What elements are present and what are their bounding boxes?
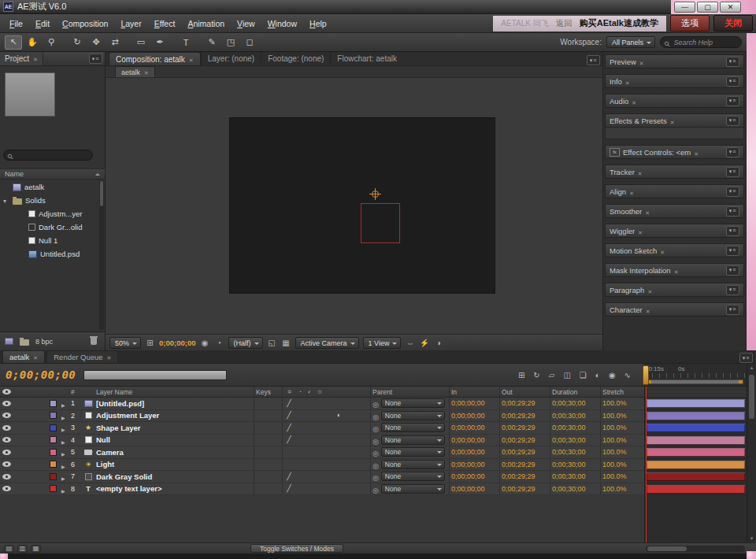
- panel-menu-icon[interactable]: [726, 206, 739, 217]
- parent-dropdown[interactable]: None: [381, 423, 445, 432]
- mask-shape-tool[interactable]: ▭: [132, 35, 150, 50]
- toggle-switches-modes-button[interactable]: Toggle Switches / Modes: [250, 544, 343, 553]
- magnification-dropdown[interactable]: 50%: [109, 337, 141, 349]
- zoom-tool[interactable]: ⚲: [43, 35, 60, 50]
- choose-grid-and-guides-icon[interactable]: ⊞: [145, 339, 155, 347]
- panel-header[interactable]: Effect Controls: <em: [605, 145, 744, 159]
- layer-color-swatch[interactable]: [50, 436, 57, 443]
- layer-name[interactable]: Camera: [94, 446, 254, 458]
- viewer-canvas[interactable]: [106, 79, 602, 334]
- layer-name-column-header[interactable]: Layer Name: [94, 387, 254, 397]
- layer-name[interactable]: [Untitled.psd]: [94, 398, 254, 409]
- view-layout-dropdown[interactable]: 1 View: [363, 337, 402, 349]
- layer-duration-value[interactable]: 0;00;30;00: [550, 435, 600, 446]
- layer-out-value[interactable]: 0;00;29;29: [499, 459, 550, 471]
- titlebar[interactable]: AE AE测试 V6.0: [0, 0, 671, 14]
- layer-color-swatch[interactable]: [50, 473, 57, 480]
- parent-pickwhip-icon[interactable]: [372, 435, 379, 446]
- exposure-icon[interactable]: ◑: [433, 339, 443, 347]
- panel-menu-icon[interactable]: [726, 96, 739, 106]
- panel-header[interactable]: Smoother: [605, 204, 744, 218]
- current-timecode[interactable]: 0;00;00;00: [6, 368, 76, 381]
- close-icon[interactable]: [107, 353, 112, 361]
- layer-visibility-toggle[interactable]: [0, 446, 13, 458]
- layer-duration-bar[interactable]: [647, 436, 745, 445]
- layer-out-value[interactable]: 0;00;29;29: [499, 422, 550, 434]
- quality-switch[interactable]: [283, 422, 295, 434]
- layer-solo-toggle[interactable]: [25, 483, 35, 495]
- options-button[interactable]: 选项: [670, 15, 710, 31]
- layer-in-value[interactable]: 0;00;00;00: [449, 410, 499, 422]
- layer-audio-toggle[interactable]: [13, 410, 25, 422]
- layer-out-value[interactable]: 0;00;29;29: [499, 398, 550, 409]
- layer-solo-toggle[interactable]: [25, 398, 35, 409]
- panel-header[interactable]: Effects & Presets: [605, 113, 744, 128]
- panel-menu-icon[interactable]: [726, 285, 739, 295]
- resolution-dropdown[interactable]: (Half): [228, 337, 263, 349]
- parent-dropdown[interactable]: None: [381, 411, 445, 420]
- layer-visibility-toggle[interactable]: [0, 398, 13, 409]
- panel-menu-icon[interactable]: [726, 57, 739, 67]
- layer-out-value[interactable]: 0;00;29;29: [499, 435, 550, 446]
- in-column-header[interactable]: In: [449, 387, 499, 397]
- back-link[interactable]: 返回: [556, 18, 573, 29]
- close-icon[interactable]: [144, 68, 149, 76]
- shape-outline[interactable]: [361, 203, 400, 243]
- panel-menu-icon[interactable]: [726, 76, 739, 87]
- panel-header[interactable]: Motion Sketch: [605, 243, 744, 257]
- layer-expand-arrow[interactable]: [60, 483, 69, 495]
- duration-column-header[interactable]: Duration: [550, 387, 600, 397]
- layer-lock-toggle[interactable]: [35, 398, 46, 409]
- layer-lock-toggle[interactable]: [35, 410, 46, 422]
- panel-header[interactable]: Character: [605, 302, 744, 317]
- name-column-header[interactable]: Name: [5, 170, 24, 178]
- minimize-button[interactable]: —: [674, 2, 695, 13]
- close-icon[interactable]: [645, 204, 650, 218]
- close-icon[interactable]: [646, 302, 650, 317]
- expand-transfer-controls-icon[interactable]: ▥: [17, 545, 28, 553]
- panel-menu-icon[interactable]: [726, 246, 739, 256]
- layer-stretch-value[interactable]: 100.0%: [600, 410, 644, 422]
- layer-in-value[interactable]: 0;00;00;00: [449, 459, 499, 471]
- time-ruler[interactable]: 0s00:15s: [644, 364, 747, 387]
- layer-solo-toggle[interactable]: [25, 446, 35, 458]
- layer-solo-toggle[interactable]: [25, 471, 35, 483]
- empty-layer-area[interactable]: [0, 495, 644, 542]
- menu-layer[interactable]: Layer: [114, 15, 147, 32]
- project-item-dark-gray[interactable]: Dark Gr...olid: [0, 220, 99, 234]
- project-item-adjustment[interactable]: Adjustm...yer: [0, 207, 99, 220]
- layer-audio-toggle[interactable]: [13, 483, 25, 495]
- tab-flowchart[interactable]: Flowchart: aetalk: [330, 52, 403, 65]
- layer-stretch-value[interactable]: 100.0%: [600, 459, 644, 471]
- layer-duration-bar[interactable]: [647, 485, 745, 494]
- layer-visibility-toggle[interactable]: [0, 459, 13, 471]
- layer-name[interactable]: Shape Layer: [94, 422, 254, 434]
- layer-expand-arrow[interactable]: [60, 398, 69, 409]
- menu-window[interactable]: Window: [261, 15, 303, 32]
- layer-expand-arrow[interactable]: [60, 422, 69, 434]
- panel-header[interactable]: Audio: [605, 94, 744, 108]
- layer-audio-toggle[interactable]: [13, 398, 25, 409]
- project-item-solids[interactable]: Solids: [0, 194, 99, 207]
- new-composition-icon[interactable]: [5, 338, 13, 345]
- layer-out-value[interactable]: 0;00;29;29: [499, 446, 550, 458]
- layer-solo-toggle[interactable]: [25, 422, 35, 434]
- keys-column-header[interactable]: Keys: [254, 387, 282, 397]
- expand-in-out-icon[interactable]: ▦: [31, 545, 41, 553]
- layer-stretch-value[interactable]: 100.0%: [600, 483, 644, 495]
- layer-in-value[interactable]: 0;00;00;00: [449, 483, 499, 495]
- close-icon[interactable]: [647, 283, 652, 297]
- layer-solo-toggle[interactable]: [25, 459, 35, 471]
- project-item-null[interactable]: Null 1: [0, 234, 99, 247]
- layer-duration-bar[interactable]: [647, 424, 745, 432]
- layer-out-value[interactable]: 0;00;29;29: [499, 471, 550, 483]
- panel-menu-icon[interactable]: [587, 55, 600, 65]
- auto-keyframe-icon[interactable]: ◉: [609, 371, 616, 379]
- current-time-indicator[interactable]: [646, 387, 647, 542]
- layer-out-value[interactable]: 0;00;29;29: [499, 483, 550, 495]
- draft-3d-icon[interactable]: ▱: [549, 371, 555, 379]
- clone-stamp-tool[interactable]: ◳: [222, 35, 239, 50]
- work-area-bar[interactable]: [647, 379, 743, 384]
- layer-duration-bar[interactable]: [647, 412, 745, 420]
- layer-duration-value[interactable]: 0;00;30;00: [550, 422, 600, 434]
